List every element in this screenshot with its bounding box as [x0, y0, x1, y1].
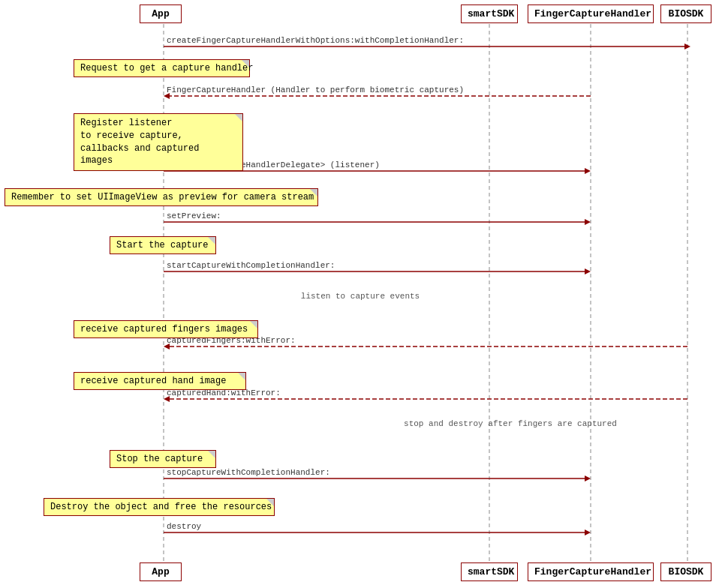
actor-smartsdk-top: smartSDK — [461, 4, 518, 23]
svg-marker-11 — [585, 219, 591, 225]
svg-marker-21 — [585, 530, 591, 536]
note-stop-capture: Stop the capture — [110, 450, 216, 468]
note-destroy: Destroy the object and free the resource… — [44, 498, 275, 516]
note-request-capture-handler: Request to get a capture handler — [74, 59, 250, 77]
note-receive-fingers: receive captured fingers images — [74, 320, 258, 338]
msg10-label: stopCaptureWithCompletionHandler: — [167, 468, 330, 477]
note-listen: listen to capture events — [301, 292, 420, 301]
msg11-label: destroy — [167, 522, 202, 531]
sequence-diagram: createFingerCaptureHandlerWithOptions:wi… — [0, 0, 722, 588]
msg4-label: setPreview: — [167, 212, 221, 220]
actor-biosdk-bottom: BIOSDK — [660, 562, 711, 581]
svg-marker-19 — [585, 476, 591, 482]
msg5-label: startCaptureWithCompletionHandler: — [167, 261, 335, 270]
note-start-capture: Start the capture — [110, 236, 216, 254]
actor-smartsdk-bottom: smartSDK — [461, 562, 518, 581]
actor-app-top: App — [140, 4, 182, 23]
note-receive-hand: receive captured hand image — [74, 372, 246, 390]
note-stop: stop and destroy after fingers are captu… — [404, 419, 617, 428]
msg2-label: FingerCaptureHandler (Handler to perform… — [167, 86, 464, 94]
actor-fingercapturehandler-bottom: FingerCaptureHandler — [528, 562, 654, 581]
svg-marker-9 — [585, 168, 591, 174]
actor-fingercapturehandler-top: FingerCaptureHandler — [528, 4, 654, 23]
note-uiimageview: Remember to set UIImageView as preview f… — [5, 188, 318, 206]
actor-app-bottom: App — [140, 562, 182, 581]
note-register-listener: Register listenerto receive capture,call… — [74, 113, 243, 171]
actor-biosdk-top: BIOSDK — [660, 4, 711, 23]
svg-marker-13 — [585, 268, 591, 274]
msg1-label: createFingerCaptureHandlerWithOptions:wi… — [167, 36, 464, 45]
